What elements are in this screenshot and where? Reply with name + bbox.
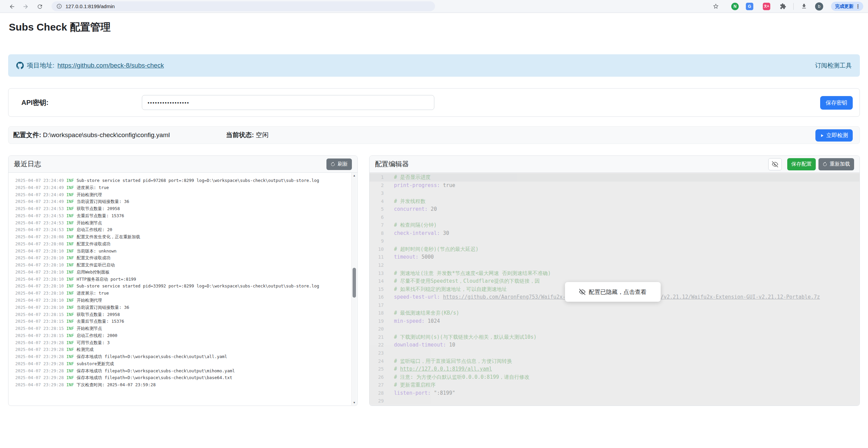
line-number: 10 — [370, 245, 389, 254]
line-number: 8 — [370, 229, 389, 238]
config-status-bar: 配置文件: D:\workspace\subs-check\config\con… — [8, 126, 860, 144]
log-line: 2025-04-07 23:29:28 INF 下次检查时间: 2025-04-… — [15, 381, 348, 389]
line-number: 29 — [370, 397, 389, 405]
log-scrollbar[interactable]: ▲ ▼ — [351, 173, 357, 405]
line-number: 23 — [370, 349, 389, 357]
code-line: 7# 检查间隔(分钟) — [370, 221, 860, 229]
site-info-icon[interactable] — [56, 3, 62, 9]
code-line: 23 — [370, 349, 860, 357]
code-line: 21# 下载测试时间(s)(与下载链接大小相关，默认最大测试10s) — [370, 333, 860, 341]
project-link[interactable]: https://github.com/beck-8/subs-check — [57, 62, 164, 69]
subscription-tool-link[interactable]: 订阅检测工具 — [815, 61, 852, 70]
editor-panel-title: 配置编辑器 — [375, 160, 409, 169]
line-number: 16 — [370, 293, 389, 301]
eye-slash-icon — [772, 161, 778, 167]
config-editor[interactable]: 1# 是否显示进度2print-progress: true34# 并发线程数5… — [370, 173, 860, 406]
api-key-input[interactable] — [142, 95, 434, 110]
avatar[interactable]: b — [815, 2, 823, 11]
code-line: 6 — [370, 213, 860, 222]
address-bar[interactable]: 127.0.0.1:8199/admin — [52, 1, 435, 11]
save-key-button[interactable]: 保存密钥 — [820, 96, 853, 110]
code-line: 11timeout: 5000 — [370, 253, 860, 261]
log-line: 2025-04-07 23:28:10 INF 进度展示: true — [15, 290, 348, 297]
scroll-down-icon[interactable]: ▼ — [352, 400, 357, 405]
line-number: 26 — [370, 373, 389, 381]
code-line: 1# 是否显示进度 — [370, 173, 860, 182]
log-line: 2025-04-07 23:29:28 INF substore更新完成 — [15, 360, 348, 368]
browser-toolbar: 127.0.0.1:8199/admin N G 文A b 完成更新 ⋮ — [0, 0, 868, 13]
back-icon[interactable] — [7, 2, 16, 11]
code-line: 29 — [370, 397, 860, 405]
log-panel-title: 最近日志 — [14, 160, 41, 169]
log-line: 2025-04-07 23:28:15 INF 获取节点数量: 20958 — [15, 311, 348, 318]
log-line: 2025-04-07 23:24:49 INF Sub-store servic… — [15, 177, 348, 184]
current-state-label: 当前状态: — [226, 131, 254, 138]
code-line: 24# 监听端口，用于直接返回节点信息，方便订阅转换 — [370, 357, 860, 366]
page-title: Subs Check 配置管理 — [9, 20, 111, 34]
github-icon — [16, 62, 24, 69]
log-line: 2025-04-07 23:28:10 INF 当前设置订阅链接数量: 36 — [15, 304, 348, 311]
line-number: 3 — [370, 189, 389, 198]
menu-kebab-icon[interactable]: ⋮ — [855, 4, 861, 9]
api-key-card: API密钥: 保存密钥 — [8, 88, 860, 117]
code-line: 27# 更新需重启程序 — [370, 381, 860, 389]
log-line: 2025-04-07 23:28:10 INF HTTP服务器启动 port=:… — [15, 276, 348, 283]
line-number: 19 — [370, 317, 389, 325]
log-line: 2025-04-07 23:29:28 INF 保存本地成功 filepath=… — [15, 374, 348, 381]
log-line: 2025-04-07 23:28:08 INF 配置文件读取成功 — [15, 241, 348, 248]
reload-icon[interactable] — [35, 2, 44, 11]
extension-green-icon[interactable]: N — [731, 2, 739, 11]
bookmark-star-icon[interactable] — [711, 2, 720, 11]
extension-translate-icon[interactable]: G — [746, 2, 753, 11]
scrollbar-thumb[interactable] — [353, 268, 356, 298]
reload-label: 重新加载 — [830, 161, 850, 167]
config-file-label: 配置文件: — [13, 131, 41, 138]
line-number: 11 — [370, 253, 389, 261]
line-number: 13 — [370, 269, 389, 278]
refresh-logs-button[interactable]: 刷新 — [326, 158, 352, 170]
log-line: 2025-04-07 23:28:15 INF 开始检测节点 — [15, 325, 348, 332]
reload-icon — [823, 162, 827, 167]
refresh-icon — [331, 162, 335, 167]
check-now-label: 立即检测 — [826, 132, 848, 139]
code-line: 3 — [370, 189, 860, 198]
current-state: 当前状态: 空闲 — [226, 131, 269, 139]
line-number: 2 — [370, 182, 389, 190]
avatar-letter: b — [815, 2, 823, 11]
code-line: 10# 超时时间(毫秒)(节点的最大延迟) — [370, 245, 860, 254]
check-now-button[interactable]: 立即检测 — [815, 129, 853, 142]
log-line: 2025-04-07 23:28:15 INF 去重后节点数量: 15376 — [15, 318, 348, 325]
line-number: 20 — [370, 325, 389, 333]
line-number: 27 — [370, 381, 389, 389]
downloads-icon[interactable] — [799, 2, 809, 11]
save-config-button[interactable]: 保存配置 — [787, 158, 816, 170]
log-line: 2025-04-07 23:24:49 INF 当前设置订阅链接数量: 36 — [15, 198, 348, 205]
log-panel: 最近日志 刷新 2025-04-07 23:24:49 INF Sub-stor… — [8, 155, 358, 406]
log-list[interactable]: 2025-04-07 23:24:49 INF Sub-store servic… — [8, 173, 357, 406]
extension-pink-icon[interactable]: 文A — [763, 2, 770, 11]
line-number: 14 — [370, 277, 389, 285]
log-line: 2025-04-07 23:29:28 INF 可用节点数量: 3 — [15, 339, 348, 347]
reload-config-button[interactable]: 重新加载 — [818, 158, 854, 170]
current-state-value: 空闲 — [254, 131, 268, 138]
log-line: 2025-04-07 23:24:53 INF 获取节点数量: 20958 — [15, 205, 348, 212]
scroll-up-icon[interactable]: ▲ — [352, 173, 357, 178]
chrome-update-chip[interactable]: 完成更新 ⋮ — [831, 2, 863, 11]
log-line: 2025-04-07 23:28:08 INF 配置文件发生变化，正在重新加载 — [15, 234, 348, 241]
line-number: 15 — [370, 285, 389, 294]
code-line: 9 — [370, 237, 860, 245]
forward-icon[interactable] — [21, 2, 30, 11]
url-text: 127.0.0.1:8199/admin — [65, 3, 115, 9]
editor-panel-header: 配置编辑器 保存配置 重新加载 — [370, 156, 860, 173]
config-hidden-overlay[interactable]: 配置已隐藏，点击查看 — [565, 282, 661, 302]
log-line: 2025-04-07 23:28:15 INF 启动工作线程: 2000 — [15, 332, 348, 339]
toggle-visibility-button[interactable] — [768, 158, 782, 170]
code-line: 2print-progress: true — [370, 182, 860, 190]
code-line: 28listen-port: ":8199" — [370, 389, 860, 397]
refresh-label: 刷新 — [338, 161, 348, 167]
code-line: 19min-speed: 1024 — [370, 317, 860, 325]
api-key-label: API密钥: — [21, 98, 49, 107]
line-number: 7 — [370, 221, 389, 229]
code-line: 22download-timeout: 10 — [370, 341, 860, 349]
extensions-puzzle-icon[interactable] — [778, 2, 788, 11]
